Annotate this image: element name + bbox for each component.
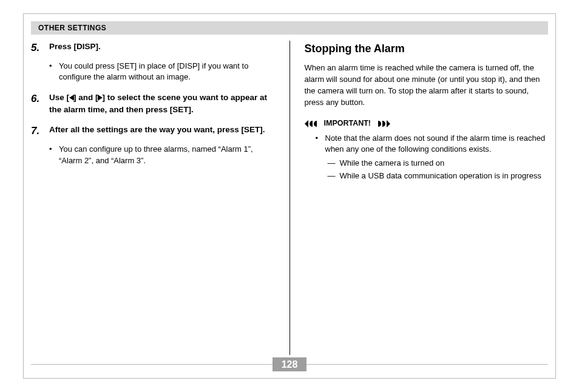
step-number: 6. bbox=[31, 92, 49, 115]
section-heading: Stopping the Alarm bbox=[305, 41, 549, 56]
dash-list: — While the camera is turned on — While … bbox=[328, 158, 549, 182]
bullet-dot: • bbox=[49, 144, 59, 167]
bullet-text: You can configure up to three alarms, na… bbox=[59, 144, 275, 167]
column-divider bbox=[290, 41, 290, 355]
dash-row: — While the camera is turned on bbox=[328, 158, 549, 169]
bullet-row: • You could press [SET] in place of [DIS… bbox=[49, 61, 275, 84]
step-6: 6. Use [] and [] to select the scene you… bbox=[31, 92, 275, 115]
page-number: 128 bbox=[273, 357, 306, 371]
step6-mid: ] and [ bbox=[73, 93, 98, 102]
step-text: Use [] and [] to select the scene you wa… bbox=[49, 92, 275, 115]
intro-paragraph: When an alarm time is reached while the … bbox=[305, 63, 549, 108]
step-7: 7. After all the settings are the way yo… bbox=[31, 124, 275, 139]
section-header-bar: OTHER SETTINGS bbox=[31, 21, 548, 35]
bullet-row: • You can configure up to three alarms, … bbox=[49, 144, 275, 167]
section-header-title: OTHER SETTINGS bbox=[38, 24, 106, 32]
dash-row: — While a USB data communication operati… bbox=[328, 171, 549, 182]
dash-text: While the camera is turned on bbox=[340, 158, 445, 169]
step-number: 5. bbox=[31, 41, 49, 56]
bullet-row: • Note that the alarm does not sound if … bbox=[316, 133, 549, 156]
bullet-dot: • bbox=[316, 133, 325, 156]
dash-icon: — bbox=[328, 171, 340, 182]
dash-icon: — bbox=[328, 158, 340, 169]
left-column: 5. Press [DISP]. • You could press [SET]… bbox=[31, 41, 275, 355]
step-5: 5. Press [DISP]. bbox=[31, 41, 275, 56]
step-text: After all the settings are the way you w… bbox=[49, 124, 265, 139]
step6-pre: Use [ bbox=[49, 93, 69, 102]
manual-page: OTHER SETTINGS 5. Press [DISP]. • You co… bbox=[23, 13, 556, 379]
step-7-sub: • You can configure up to three alarms, … bbox=[49, 144, 275, 167]
important-glyph-left-icon bbox=[305, 120, 320, 127]
bullet-text: Note that the alarm does not sound if th… bbox=[325, 133, 549, 156]
two-column-layout: 5. Press [DISP]. • You could press [SET]… bbox=[31, 41, 548, 355]
dash-text: While a USB data communication operation… bbox=[340, 171, 541, 182]
important-callout: IMPORTANT! bbox=[305, 118, 549, 129]
important-bullets: • Note that the alarm does not sound if … bbox=[316, 133, 549, 182]
bullet-text: You could press [SET] in place of [DISP]… bbox=[59, 61, 275, 84]
step-5-sub: • You could press [SET] in place of [DIS… bbox=[49, 61, 275, 84]
important-glyph-right-icon bbox=[374, 120, 390, 127]
important-label: IMPORTANT! bbox=[324, 118, 371, 129]
right-column: Stopping the Alarm When an alarm time is… bbox=[305, 41, 549, 355]
step-text: Press [DISP]. bbox=[49, 41, 101, 56]
step-number: 7. bbox=[31, 124, 49, 139]
triangle-right-icon bbox=[98, 95, 103, 101]
bullet-dot: • bbox=[49, 61, 59, 84]
